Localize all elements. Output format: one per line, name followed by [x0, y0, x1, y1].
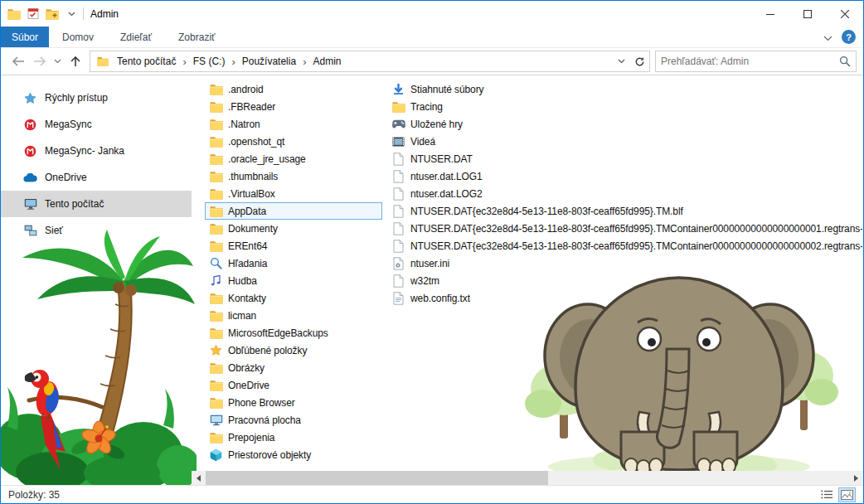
refresh-icon[interactable]	[631, 51, 648, 72]
address-folder-icon	[95, 56, 111, 66]
window-title: Admin	[90, 8, 119, 20]
file-item[interactable]: Kontakty	[205, 289, 382, 307]
file-item[interactable]: Dokumenty	[205, 220, 382, 237]
file-item[interactable]: .oracle_jre_usage	[205, 150, 382, 167]
file-item[interactable]: Hudba	[205, 272, 382, 289]
file-item[interactable]: .VirtualBox	[205, 185, 382, 202]
app-folder-icon	[7, 7, 22, 22]
search-input[interactable]	[656, 56, 834, 67]
details-view-icon[interactable]	[818, 487, 835, 502]
folder-icon	[209, 171, 223, 182]
tab-view[interactable]: Zobraziť	[165, 27, 229, 47]
file-item[interactable]: MicrosoftEdgeBackups	[205, 324, 382, 342]
file-item[interactable]: Uložené hry	[387, 115, 862, 133]
recent-locations-icon[interactable]	[51, 51, 64, 72]
computer-icon	[23, 198, 37, 211]
address-box[interactable]: Tento počítač›FS (C:)›Používatelia›Admin	[90, 51, 650, 72]
file-item[interactable]: NTUSER.DAT{ec32e8d4-5e13-11e8-803f-ceaff…	[387, 202, 862, 220]
sidebar-item-megasync-janka[interactable]: MegaSync- Janka	[1, 138, 192, 164]
tab-home[interactable]: Domov	[49, 27, 107, 47]
tab-share[interactable]: Zdieľať	[107, 27, 165, 47]
forward-button[interactable]	[29, 51, 50, 72]
file-item-label: Priestorové objekty	[228, 449, 311, 461]
file-item[interactable]: Obrázky	[205, 359, 382, 376]
file-item[interactable]: .Natron	[205, 115, 382, 133]
up-button[interactable]	[65, 51, 85, 72]
expand-ribbon-icon[interactable]	[823, 30, 832, 45]
document-icon	[391, 153, 405, 166]
breadcrumb-segment[interactable]: FS (C:)	[187, 56, 231, 67]
large-icons-view-icon[interactable]	[838, 487, 856, 502]
breadcrumb-segment[interactable]: Admin	[307, 56, 347, 67]
file-item[interactable]: ntuser.dat.LOG2	[387, 185, 862, 202]
file-item[interactable]: Tracing	[387, 98, 862, 115]
new-folder-icon[interactable]	[45, 7, 60, 22]
sidebar-item-siet[interactable]: Sieť	[1, 217, 192, 244]
file-item[interactable]: ntuser.ini	[387, 254, 862, 272]
help-icon[interactable]: ?	[842, 30, 856, 44]
file-item[interactable]: Videá	[387, 133, 862, 150]
file-item-label: .VirtualBox	[228, 188, 275, 200]
file-item[interactable]: NTUSER.DAT	[387, 150, 862, 167]
file-item-label: AppData	[228, 206, 266, 217]
ribbon-tab-bar: Súbor Domov Zdieľať Zobraziť ?	[1, 27, 863, 48]
maximize-button[interactable]	[789, 1, 826, 27]
minimize-button[interactable]	[751, 1, 789, 27]
properties-icon[interactable]	[26, 7, 41, 22]
file-item[interactable]: Priestorové objekty	[205, 446, 382, 463]
file-item[interactable]: licman	[205, 307, 382, 324]
address-dropdown-icon[interactable]	[613, 51, 629, 72]
folder-icon	[209, 206, 223, 217]
breadcrumb-segment[interactable]: Tento počítač	[111, 56, 182, 67]
horizontal-scrollbar[interactable]	[192, 471, 863, 485]
folder-icon	[209, 153, 223, 165]
file-item[interactable]: .openshot_qt	[205, 133, 382, 150]
scrollbar-thumb[interactable]	[206, 471, 548, 485]
file-item[interactable]: Prepojenia	[205, 429, 382, 446]
file-list-area: .android.FBReader.Natron.openshot_qt.ora…	[192, 75, 863, 485]
file-item[interactable]: web.config.txt	[387, 289, 862, 307]
tab-file[interactable]: Súbor	[1, 27, 49, 47]
scroll-right-arrow-icon[interactable]	[849, 471, 863, 485]
search-icon[interactable]	[834, 56, 856, 67]
file-item-label: .openshot_qt	[228, 136, 284, 148]
toolbar-dropdown-icon[interactable]	[64, 7, 79, 22]
sidebar-item-onedrive[interactable]: OneDrive	[1, 164, 192, 191]
search-icon	[209, 257, 223, 269]
file-item[interactable]: EREnt64	[205, 237, 382, 254]
file-item-label: w32tm	[410, 275, 439, 287]
file-item[interactable]: .FBReader	[205, 98, 382, 115]
folder-icon	[209, 188, 223, 200]
file-item-label: .thumbnails	[228, 171, 278, 182]
file-item[interactable]: w32tm	[387, 272, 862, 289]
file-item-label: Hudba	[228, 275, 257, 287]
file-item-label: Hľadania	[228, 258, 267, 269]
file-item[interactable]: AppData	[205, 202, 382, 220]
file-item[interactable]: Stiahnuté súbory	[387, 80, 862, 98]
close-button[interactable]	[826, 1, 863, 27]
file-item[interactable]: ntuser.dat.LOG1	[387, 167, 862, 185]
file-item[interactable]: Phone Browser	[205, 394, 382, 411]
folder-icon	[209, 223, 223, 235]
file-item[interactable]: Obľúbené položky	[205, 342, 382, 359]
back-button[interactable]	[7, 51, 28, 72]
file-item[interactable]: Pracovná plocha	[205, 411, 382, 429]
sidebar-item-label: Tento počítač	[45, 198, 104, 210]
file-item-label: Pracovná plocha	[228, 414, 301, 426]
file-item[interactable]: .thumbnails	[205, 167, 382, 185]
file-item-label: .android	[228, 84, 264, 95]
sidebar-item-tento-pocitac[interactable]: Tento počítač	[1, 191, 192, 217]
file-item-label: Phone Browser	[228, 397, 295, 409]
document-icon	[391, 205, 405, 218]
file-item[interactable]: OneDrive	[205, 376, 382, 394]
sidebar-item-rychly-pristup[interactable]: Rýchly prístup	[1, 85, 192, 111]
file-item[interactable]: .android	[205, 80, 382, 98]
search-box	[655, 51, 857, 72]
file-item[interactable]: NTUSER.DAT{ec32e8d4-5e13-11e8-803f-ceaff…	[387, 237, 862, 254]
file-item[interactable]: Hľadania	[205, 254, 382, 272]
sidebar-item-megasync[interactable]: MegaSync	[1, 111, 192, 138]
file-item-label: .oracle_jre_usage	[228, 153, 306, 165]
breadcrumb-segment[interactable]: Používatelia	[236, 56, 302, 67]
scroll-left-arrow-icon[interactable]	[192, 471, 206, 485]
file-item[interactable]: NTUSER.DAT{ec32e8d4-5e13-11e8-803f-ceaff…	[387, 220, 862, 237]
